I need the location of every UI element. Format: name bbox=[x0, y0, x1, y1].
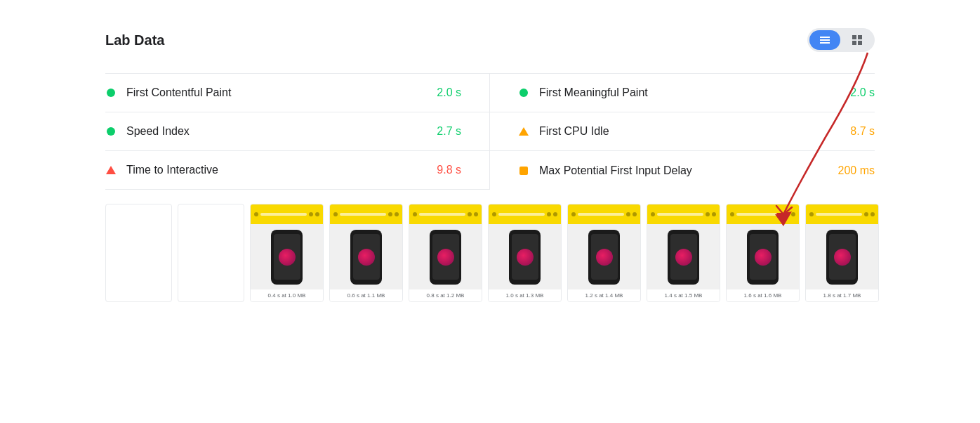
film-frame-header-2 bbox=[330, 204, 402, 224]
film-frame-footer-3: 0.8 s at 1.2 MB bbox=[409, 289, 482, 301]
header-dot-3 bbox=[633, 212, 637, 216]
metric-label-fci: First CPU Idle bbox=[539, 125, 842, 138]
film-frame-blank-2 bbox=[178, 204, 244, 302]
phone-screen bbox=[829, 234, 856, 280]
film-frame-body-4 bbox=[489, 224, 561, 289]
film-frame-6: 1.4 s at 1.5 MB bbox=[647, 204, 720, 302]
phone-screen-icon bbox=[279, 249, 296, 266]
film-frame-footer-2: 0.6 s at 1.1 MB bbox=[330, 289, 402, 301]
film-frame-header-8 bbox=[806, 204, 878, 224]
phone-screen bbox=[591, 234, 618, 280]
phone-screen-icon bbox=[834, 249, 851, 266]
header-dot-2 bbox=[388, 212, 392, 216]
header-bar bbox=[260, 213, 307, 216]
film-frame-footer-8: 1.8 s at 1.7 MB bbox=[806, 289, 878, 301]
grid-view-toggle[interactable] bbox=[842, 30, 873, 50]
header-dot-3 bbox=[553, 212, 557, 216]
metric-value-si: 2.7 s bbox=[437, 125, 461, 138]
header-row: Lab Data bbox=[105, 28, 875, 52]
svg-rect-3 bbox=[852, 35, 856, 39]
phone-mockup bbox=[588, 230, 620, 285]
film-frame-body-7 bbox=[727, 224, 799, 289]
orange-triangle-icon-fci bbox=[518, 126, 529, 137]
metric-value-fcp: 2.0 s bbox=[437, 86, 461, 99]
metrics-grid: First Contentful Paint 2.0 s First Meani… bbox=[105, 73, 875, 190]
orange-square-icon-mpfid bbox=[518, 165, 529, 176]
phone-screen-icon bbox=[358, 249, 375, 266]
film-frame-header-7 bbox=[727, 204, 799, 224]
metric-label-tti: Time to Interactive bbox=[126, 164, 428, 176]
header-bar bbox=[816, 213, 862, 216]
film-frame-body-3 bbox=[409, 224, 482, 289]
red-triangle-icon-tti bbox=[105, 164, 117, 176]
header-dot-2 bbox=[547, 212, 551, 216]
metric-value-mpfid: 200 ms bbox=[838, 164, 875, 177]
film-frame-1: 0.4 s at 1.0 MB bbox=[250, 204, 324, 302]
header-dot-3 bbox=[395, 212, 399, 216]
header-dot-2 bbox=[309, 212, 313, 216]
film-frame-footer-6: 1.4 s at 1.5 MB bbox=[647, 289, 720, 301]
phone-screen bbox=[512, 234, 538, 280]
phone-screen-icon bbox=[437, 249, 454, 266]
header-bar bbox=[578, 213, 624, 216]
film-frame-4: 1.0 s at 1.3 MB bbox=[488, 204, 562, 302]
film-frame-footer-1: 0.4 s at 1.0 MB bbox=[251, 289, 323, 301]
film-frame-footer-7: 1.6 s at 1.6 MB bbox=[727, 289, 799, 301]
phone-screen bbox=[670, 234, 697, 280]
phone-mockup bbox=[747, 230, 779, 285]
header-dot-3 bbox=[474, 212, 478, 216]
film-frame-body-2 bbox=[330, 224, 402, 289]
list-view-toggle[interactable] bbox=[809, 30, 840, 50]
header-bar bbox=[419, 213, 465, 216]
film-frame-8: 1.8 s at 1.7 MB bbox=[805, 204, 879, 302]
header-dot bbox=[809, 212, 814, 216]
phone-screen-icon bbox=[517, 249, 534, 266]
svg-rect-4 bbox=[858, 35, 862, 39]
svg-rect-6 bbox=[858, 41, 862, 45]
header-bar bbox=[736, 213, 783, 216]
lab-data-title: Lab Data bbox=[105, 32, 164, 48]
film-frame-7: 1.6 s at 1.6 MB bbox=[726, 204, 800, 302]
list-icon bbox=[819, 34, 830, 46]
svg-rect-2 bbox=[820, 42, 830, 44]
header-dot bbox=[571, 212, 576, 216]
film-frame-header-3 bbox=[409, 204, 482, 224]
phone-mockup bbox=[430, 230, 461, 285]
phone-mockup bbox=[350, 230, 382, 285]
header-dot bbox=[333, 212, 338, 216]
film-frame-header-6 bbox=[647, 204, 720, 224]
phone-screen bbox=[274, 234, 300, 280]
metric-row-fci: First CPU Idle 8.7 s bbox=[490, 112, 875, 151]
header-bar bbox=[340, 213, 386, 216]
header-bar bbox=[657, 213, 703, 216]
header-bar bbox=[498, 213, 545, 216]
metric-label-si: Speed Index bbox=[126, 125, 428, 138]
header-dot-2 bbox=[864, 212, 868, 216]
phone-screen-icon bbox=[596, 249, 613, 266]
header-dot bbox=[413, 212, 417, 216]
header-dot-2 bbox=[626, 212, 630, 216]
metric-label-mpfid: Max Potential First Input Delay bbox=[539, 164, 830, 177]
metric-label-fmp: First Meaningful Paint bbox=[539, 86, 842, 99]
metric-row-mpfid: Max Potential First Input Delay 200 ms bbox=[490, 151, 875, 190]
phone-mockup bbox=[509, 230, 541, 285]
svg-rect-0 bbox=[820, 37, 830, 38]
svg-rect-5 bbox=[852, 41, 856, 45]
header-dot bbox=[492, 212, 496, 216]
film-frame-header-1 bbox=[251, 204, 323, 224]
header-dot bbox=[254, 212, 258, 216]
film-frame-2: 0.6 s at 1.1 MB bbox=[329, 204, 403, 302]
filmstrip: 0.4 s at 1.0 MB 0.6 s at 1.1 MB bbox=[105, 204, 875, 302]
header-dot-3 bbox=[791, 212, 795, 216]
view-toggle-group bbox=[807, 28, 875, 52]
metric-row-fmp: First Meaningful Paint 2.0 s bbox=[490, 74, 875, 112]
green-circle-icon-fmp bbox=[518, 87, 529, 98]
phone-mockup bbox=[271, 230, 303, 285]
metric-value-tti: 9.8 s bbox=[437, 164, 461, 176]
film-frame-body-5 bbox=[568, 224, 640, 289]
film-frame-body-1 bbox=[251, 224, 323, 289]
phone-mockup bbox=[668, 230, 699, 285]
film-frame-header-5 bbox=[568, 204, 640, 224]
phone-screen-icon bbox=[755, 249, 772, 266]
film-frame-5: 1.2 s at 1.4 MB bbox=[567, 204, 641, 302]
